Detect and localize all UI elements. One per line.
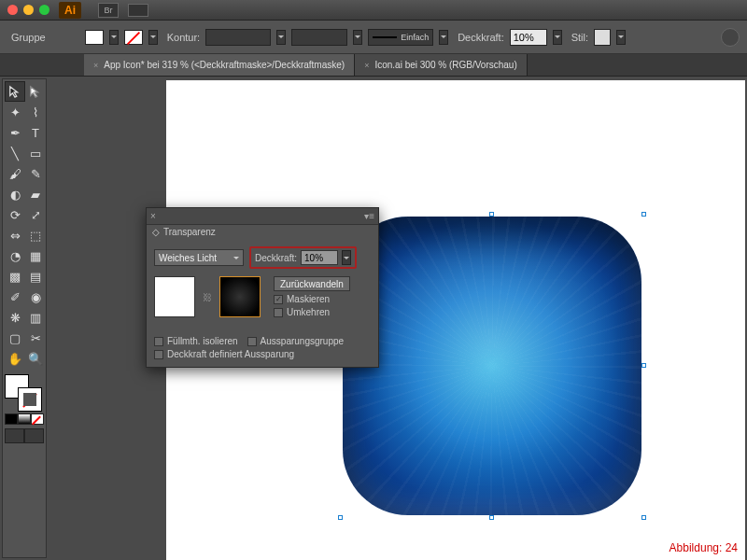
- gradient-tool[interactable]: ▤: [25, 266, 46, 287]
- panel-options-icon[interactable]: [721, 28, 740, 47]
- invert-checkbox[interactable]: Umkehren: [274, 307, 350, 317]
- doc-tab-label: Icon.ai bei 300 % (RGB/Vorschau): [374, 60, 516, 70]
- line-tool[interactable]: ╲: [5, 143, 25, 163]
- stroke-swatch[interactable]: [124, 30, 143, 45]
- close-window-icon[interactable]: [7, 5, 18, 15]
- figure-caption: Abbildung: 24: [669, 541, 738, 554]
- minimize-window-icon[interactable]: [23, 5, 34, 15]
- doc-tab-label: App Icon* bei 319 % (<Deckkraftmaske>/De…: [104, 60, 345, 70]
- opacity-dropdown-icon[interactable]: [342, 250, 351, 265]
- stroke-dropdown[interactable]: [148, 30, 158, 45]
- magic-wand-tool[interactable]: ✦: [5, 102, 25, 122]
- handle-icon[interactable]: [641, 212, 646, 217]
- artwork-thumbnail[interactable]: [154, 276, 195, 317]
- doc-tab-app-icon[interactable]: × App Icon* bei 319 % (<Deckkraftmaske>/…: [84, 54, 355, 76]
- panel-header[interactable]: × ▾≡: [147, 208, 378, 225]
- mask-thumbnail[interactable]: [219, 276, 261, 317]
- pen-tool[interactable]: ✒: [5, 122, 25, 143]
- blob-brush-tool[interactable]: ◐: [5, 184, 25, 204]
- perspective-grid-tool[interactable]: ▦: [25, 245, 46, 266]
- control-bar: Gruppe Kontur: Einfach Deckkraft: 10% St…: [0, 21, 747, 54]
- column-graph-tool[interactable]: ▥: [25, 307, 46, 328]
- rectangle-tool[interactable]: ▭: [25, 143, 46, 163]
- stroke-profile[interactable]: Einfach: [368, 29, 433, 46]
- mesh-tool[interactable]: ▩: [5, 266, 25, 287]
- symbol-sprayer-tool[interactable]: ❋: [5, 307, 25, 328]
- stroke-color-swatch[interactable]: [18, 387, 42, 412]
- opacity-label: Deckkraft:: [458, 32, 504, 43]
- window-controls: [7, 5, 49, 15]
- revert-mask-button[interactable]: Zurückwandeln: [274, 276, 350, 291]
- opacity-input[interactable]: 10%: [301, 250, 338, 265]
- handle-icon[interactable]: [641, 363, 646, 368]
- normal-screen-mode[interactable]: [5, 428, 24, 443]
- hand-tool[interactable]: ✋: [5, 348, 25, 369]
- color-mode-row: [5, 413, 44, 425]
- handle-icon[interactable]: [489, 212, 494, 217]
- stroke-weight-dropdown[interactable]: [276, 30, 286, 45]
- bridge-icon[interactable]: Br: [98, 3, 119, 18]
- handle-icon[interactable]: [489, 515, 494, 520]
- zoom-tool[interactable]: 🔍: [25, 348, 46, 369]
- stroke-label: Kontur:: [167, 32, 200, 43]
- blend-mode-select[interactable]: Weiches Licht: [154, 249, 244, 266]
- opacity-defines-knockout-checkbox[interactable]: Deckkraft definiert Aussparung: [154, 349, 371, 359]
- width-tool[interactable]: ⇔: [5, 225, 25, 245]
- blend-mode-value: Weiches Licht: [159, 253, 217, 263]
- blend-tool[interactable]: ◉: [25, 287, 46, 307]
- selection-bounding-box: [341, 215, 643, 517]
- app-logo: Ai: [59, 2, 81, 19]
- panel-menu-icon[interactable]: ▾≡: [364, 211, 374, 221]
- scale-tool[interactable]: ⤢: [25, 204, 46, 225]
- none-mode[interactable]: [31, 413, 44, 425]
- selection-type-label: Gruppe: [11, 32, 46, 43]
- opacity-label: Deckkraft:: [255, 253, 297, 263]
- eyedropper-tool[interactable]: ✐: [5, 287, 25, 307]
- free-transform-tool[interactable]: ⬚: [25, 225, 46, 245]
- layout-picker-icon[interactable]: [128, 4, 148, 17]
- app-icon-artwork[interactable]: [343, 217, 641, 515]
- handle-icon[interactable]: [641, 515, 646, 520]
- close-tab-icon[interactable]: ×: [93, 61, 98, 70]
- panel-tab-transparency[interactable]: ◇ Transparenz: [147, 225, 378, 239]
- artboard-tool[interactable]: ▢: [5, 328, 25, 348]
- eraser-tool[interactable]: ▰: [25, 184, 46, 204]
- slice-tool[interactable]: ✂: [25, 328, 46, 348]
- close-tab-icon[interactable]: ×: [364, 61, 369, 70]
- zoom-window-icon[interactable]: [39, 5, 49, 15]
- graphic-style-dropdown[interactable]: [616, 30, 626, 45]
- rotate-tool[interactable]: ⟳: [5, 204, 25, 225]
- solid-color-mode[interactable]: [5, 413, 18, 425]
- selection-tool[interactable]: [5, 81, 25, 102]
- fill-stroke-control[interactable]: [5, 374, 42, 412]
- transparency-panel: × ▾≡ ◇ Transparenz Weiches Licht Deckkra…: [146, 207, 379, 368]
- pencil-tool[interactable]: ✎: [25, 163, 46, 184]
- paintbrush-tool[interactable]: 🖌: [5, 163, 25, 184]
- canvas[interactable]: × ▾≡ ◇ Transparenz Weiches Licht Deckkra…: [49, 77, 747, 560]
- opacity-dropdown[interactable]: [553, 30, 562, 45]
- brush-definition[interactable]: [291, 29, 347, 46]
- fill-swatch[interactable]: [85, 30, 104, 45]
- doc-tab-icon-ai[interactable]: × Icon.ai bei 300 % (RGB/Vorschau): [355, 54, 528, 76]
- close-panel-icon[interactable]: ×: [150, 211, 156, 221]
- direct-selection-tool[interactable]: [25, 81, 46, 102]
- brush-dropdown[interactable]: [353, 30, 362, 45]
- shape-builder-tool[interactable]: ◔: [5, 245, 25, 266]
- type-tool[interactable]: T: [25, 122, 46, 143]
- opacity-highlight: Deckkraft: 10%: [249, 246, 357, 269]
- knockout-group-checkbox[interactable]: Aussparungsgruppe: [247, 336, 345, 346]
- gradient-mode[interactable]: [18, 413, 31, 425]
- lasso-tool[interactable]: ⌇: [25, 102, 46, 122]
- mask-checkbox[interactable]: ✓Maskieren: [274, 294, 350, 304]
- style-label: Stil:: [571, 32, 588, 43]
- graphic-style-swatch[interactable]: [594, 29, 611, 46]
- stroke-profile-dropdown[interactable]: [439, 30, 448, 45]
- isolate-blending-checkbox[interactable]: Füllmth. isolieren: [154, 336, 238, 346]
- handle-icon[interactable]: [338, 515, 343, 520]
- fill-dropdown[interactable]: [109, 30, 119, 45]
- link-mask-icon[interactable]: ⛓: [203, 292, 212, 302]
- opacity-input[interactable]: 10%: [510, 29, 547, 46]
- toolbox: ✦ ⌇ ✒ T ╲ ▭ 🖌 ✎ ◐ ▰ ⟳ ⤢ ⇔ ⬚ ◔ ▦ ▩ ▤ ✐ ◉ …: [2, 78, 47, 558]
- full-screen-mode[interactable]: [24, 428, 44, 443]
- stroke-weight-input[interactable]: [205, 29, 271, 46]
